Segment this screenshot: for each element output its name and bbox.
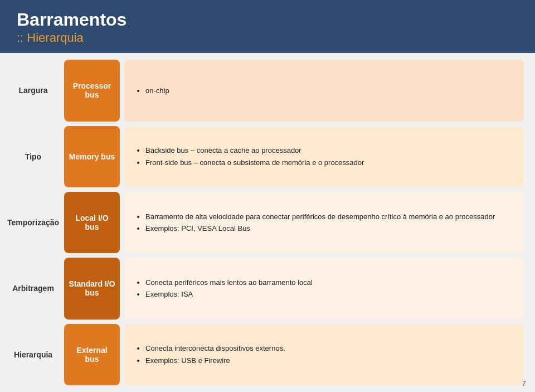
list-item: Exemplos: ISA — [145, 288, 313, 300]
row-description: Conecta periféricos mais lentos ao barra… — [124, 258, 524, 319]
row-bus: Local I/O bus — [64, 192, 120, 253]
row-bus: Standard I/O bus — [64, 258, 120, 319]
header-subtitle: :: Hierarquia — [17, 31, 518, 45]
row-label: Largura — [7, 60, 60, 121]
list-item: on-chip — [145, 85, 169, 96]
row-bus: Processor bus — [64, 60, 120, 121]
list-item: Backside bus – conecta a cache ao proces… — [145, 144, 364, 156]
header-title: Barramentos — [17, 10, 518, 30]
row-label: Tipo — [7, 126, 60, 187]
row-description: Barramento de alta velocidade para conec… — [124, 192, 524, 253]
table-row: TipoMemory busBackside bus – conecta a c… — [7, 126, 524, 187]
row-bus: Memory bus — [64, 126, 120, 187]
row-label: Temporização — [7, 192, 60, 253]
list-item: Conecta interconecta dispositivos extern… — [145, 342, 285, 354]
header: Barramentos :: Hierarquia — [0, 0, 535, 53]
row-bus: External bus — [64, 324, 120, 385]
row-description: on-chip — [124, 60, 524, 121]
table-row: LarguraProcessor buson-chip — [7, 60, 524, 121]
list-item: Barramento de alta velocidade para conec… — [145, 211, 495, 222]
page-number: 7 — [522, 379, 526, 388]
list-item: Conecta periféricos mais lentos ao barra… — [145, 277, 313, 288]
list-item: Exemplos: USB e Firewire — [145, 355, 285, 366]
row-label: Hierarquia — [7, 324, 60, 385]
table-row: ArbitragemStandard I/O busConecta perifé… — [7, 258, 524, 319]
list-item: Exemplos: PCI, VESA Local Bus — [145, 222, 495, 234]
row-description: Backside bus – conecta a cache ao proces… — [124, 126, 524, 187]
row-label: Arbitragem — [7, 258, 60, 319]
list-item: Front-side bus – conecta o subsistema de… — [145, 157, 364, 168]
table-row: TemporizaçãoLocal I/O busBarramento de a… — [7, 192, 524, 253]
rows-wrapper: LarguraProcessor buson-chipTipoMemory bu… — [7, 60, 524, 385]
slide: Barramentos :: Hierarquia LarguraProcess… — [0, 0, 535, 392]
content: LarguraProcessor buson-chipTipoMemory bu… — [0, 53, 535, 392]
row-description: Conecta interconecta dispositivos extern… — [124, 324, 524, 385]
table-row: HierarquiaExternal busConecta interconec… — [7, 324, 524, 385]
